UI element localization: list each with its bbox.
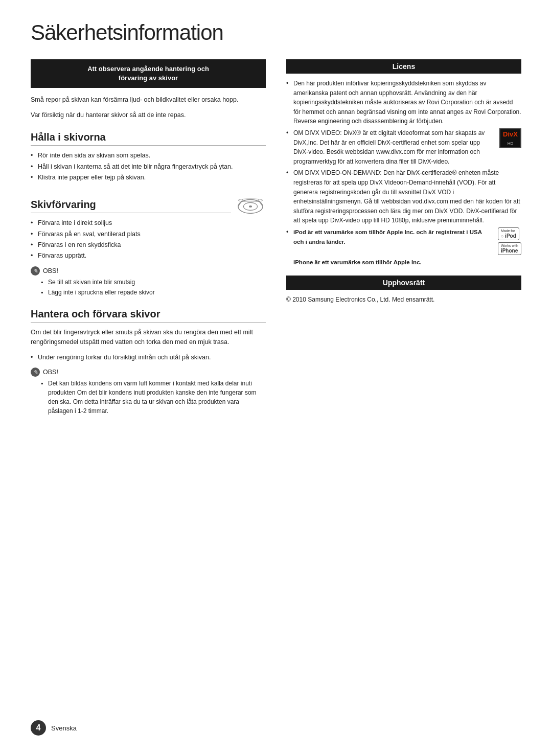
licens-item-3: OM DIVX VIDEO-ON-DEMAND: Den här DivX-ce… <box>286 168 521 225</box>
skiv-bullet-list: Förvara inte i direkt solljus Förvaras p… <box>31 218 266 261</box>
list-item: Under rengöring torkar du försiktigt ini… <box>31 353 266 362</box>
iphone-trademark: iPhone är ett varumärke som tillhör Appl… <box>293 258 521 267</box>
licens-heading: Licens <box>286 59 521 74</box>
svg-point-2 <box>249 205 252 208</box>
obs-list-2: Det kan bildas kondens om varm luft komm… <box>31 379 266 416</box>
iphone-badge-label: iPhone <box>501 248 518 254</box>
upphovs-heading: Upphovsrätt <box>286 276 521 290</box>
obs-icon-2: ✎ <box>31 368 40 377</box>
made-for-ipod-badge: Made for ○ iPod <box>498 227 519 241</box>
intro-para-2: Var försiktig när du hanterar skivor så … <box>31 110 266 120</box>
right-column: Licens Den här produkten införlivar kopi… <box>286 59 521 309</box>
svg-line-4 <box>258 200 263 207</box>
highlight-line1: Att observera angående hantering och <box>39 64 258 74</box>
hantera-bullet-list: Under rengöring torkar du försiktigt ini… <box>31 353 266 362</box>
obs-text-1: OBS! <box>43 267 58 274</box>
left-column: Att observera angående hantering och för… <box>31 59 266 423</box>
obs-label-1: ✎ OBS! <box>31 266 266 276</box>
ipod-text: iPod är ett varumärke som tillhör Apple … <box>293 227 494 246</box>
list-item: Förvaras upprätt. <box>31 251 266 261</box>
page-number: 4 <box>31 720 46 736</box>
made-for-text: Made for ○ iPod <box>501 229 516 239</box>
obs-text-2: OBS! <box>43 369 58 376</box>
list-item: Förvaras i en ren skyddsficka <box>31 240 266 250</box>
licens-item-1: Den här produkten införlivar kopieringss… <box>286 79 521 126</box>
upphovs-section: Upphovsrätt © 2010 Samsung Electronics C… <box>286 276 521 305</box>
obs-block-2: ✎ OBS! Det kan bildas kondens om varm lu… <box>31 368 266 416</box>
obs-item: Det kan bildas kondens om varm luft komm… <box>41 379 266 416</box>
halla-bullet-list: Rör inte den sida av skivan som spelas. … <box>31 151 266 182</box>
page-number-area: 4 Svenska <box>31 720 77 736</box>
obs-item: Lägg inte i spruckna eller repade skivor <box>41 288 266 297</box>
section-skiv: Skivförvaring Förvara inte i direkt soll… <box>31 188 266 297</box>
licens-bullet-list: Den här produkten införlivar kopieringss… <box>286 79 521 267</box>
obs-icon-1: ✎ <box>31 266 40 276</box>
svg-line-3 <box>238 200 243 207</box>
page-language: Svenska <box>51 724 77 732</box>
list-item: Rör inte den sida av skivan som spelas. <box>31 151 266 161</box>
intro-para-1: Små repor på skivan kan försämra ljud- o… <box>31 95 266 105</box>
list-item: Håll i skivan i kanterna så att det inte… <box>31 162 266 172</box>
section-hantera-heading: Hantera och förvara skivor <box>31 308 266 323</box>
works-with-text: Works with iPhone <box>501 244 518 254</box>
ipod-bullet: iPod är ett varumärke som tillhör Apple … <box>286 227 521 267</box>
disc-icon <box>235 195 266 218</box>
section-halla-heading: Hålla i skivorna <box>31 131 266 146</box>
obs-label-2: ✎ OBS! <box>31 368 266 377</box>
licens-item-2: OM DIVX VIDEO: DivX® är ett digitalt vid… <box>286 128 521 166</box>
divx-logo: DivX HD <box>499 128 521 148</box>
obs-list-1: Se till att skivan inte blir smutsig Läg… <box>31 278 266 297</box>
highlight-box: Att observera angående hantering och för… <box>31 59 266 88</box>
list-item: Klistra inte papper eller tejp på skivan… <box>31 173 266 182</box>
works-with-iphone-badge: Works with iPhone <box>498 242 521 255</box>
section-skiv-heading: Skivförvaring <box>31 199 231 213</box>
badge-group: Made for ○ iPod Works with iPhone <box>498 227 521 255</box>
obs-block-1: ✎ OBS! Se till att skivan inte blir smut… <box>31 266 266 297</box>
ipod-bold-text: iPod är ett varumärke som tillhör Apple … <box>293 229 482 245</box>
list-item: Förvaras på en sval, ventilerad plats <box>31 230 266 239</box>
upphovs-text: © 2010 Samsung Electronics Co., Ltd. Med… <box>286 295 521 305</box>
list-item: Förvara inte i direkt solljus <box>31 218 266 228</box>
highlight-line2: förvaring av skivor <box>39 74 258 83</box>
obs-item: Se till att skivan inte blir smutsig <box>41 278 266 287</box>
page-title: Säkerhetsinformation <box>31 20 521 45</box>
hantera-intro: Om det blir fingeravtryck eller smuts på… <box>31 328 266 348</box>
